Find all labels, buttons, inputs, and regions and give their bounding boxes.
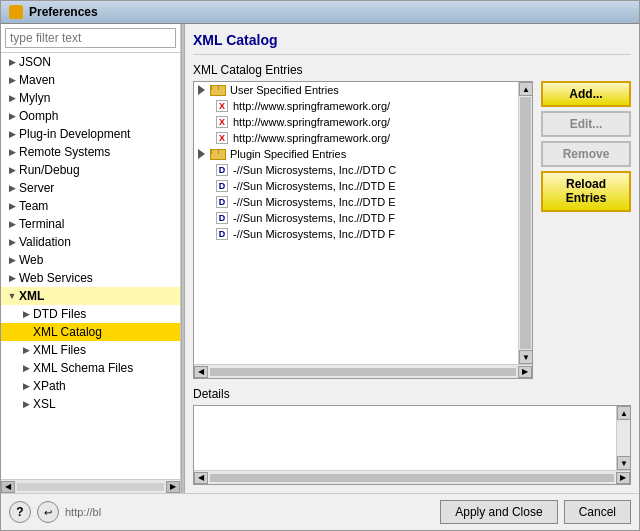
chevron-down-icon: ▼ [5, 289, 19, 303]
edit-button[interactable]: Edit... [541, 111, 631, 137]
chevron-right-icon: ▶ [5, 145, 19, 159]
sidebar-item-xml[interactable]: ▼ XML [1, 287, 180, 305]
scroll-down-btn[interactable]: ▼ [519, 350, 532, 364]
chevron-right-icon: ▶ [19, 379, 33, 393]
sidebar-item-xsl[interactable]: ▶ XSL [1, 395, 180, 413]
status-text: http://bl [65, 506, 101, 518]
remove-button[interactable]: Remove [541, 141, 631, 167]
plugin-entry-4[interactable]: D -//Sun Microsystems, Inc.//DTD F [194, 226, 518, 242]
plugin-entry-3[interactable]: D -//Sun Microsystems, Inc.//DTD F [194, 210, 518, 226]
dtd-d-icon: D [216, 196, 228, 208]
sidebar-item-team[interactable]: ▶ Team [1, 197, 180, 215]
hscroll-thumb [210, 368, 516, 376]
user-specified-group[interactable]: User Specified Entries [194, 82, 518, 98]
dtd-d-icon: D [216, 228, 228, 240]
sidebar-item-maven[interactable]: ▶ Maven [1, 71, 180, 89]
entries-section: User Specified Entries X http://www.spri… [193, 81, 631, 379]
chevron-right-icon: ▶ [5, 127, 19, 141]
details-content [194, 406, 616, 470]
sidebar-item-xpath[interactable]: ▶ XPath [1, 377, 180, 395]
chevron-right-icon: ▶ [5, 253, 19, 267]
sidebar-item-web-services[interactable]: ▶ Web Services [1, 269, 180, 287]
entries-vscroll[interactable]: ▲ ▼ [518, 82, 532, 364]
vscroll-thumb [520, 97, 531, 349]
hscroll-right-btn[interactable]: ▶ [518, 366, 532, 378]
sidebar: ▶ JSON ▶ Maven ▶ Mylyn ▶ Oomph [1, 24, 181, 493]
user-entry-1[interactable]: X http://www.springframework.org/ [194, 114, 518, 130]
filter-input[interactable] [5, 28, 176, 48]
chevron-right-icon: ▶ [5, 271, 19, 285]
preferences-dialog: Preferences ▶ JSON ▶ Maven ▶ [0, 0, 640, 531]
details-inner: ▲ ▼ [194, 406, 630, 470]
filter-wrap [1, 24, 180, 53]
details-hscroll-left[interactable]: ◀ [194, 472, 208, 484]
details-scroll-down[interactable]: ▼ [617, 456, 630, 470]
details-scroll-up[interactable]: ▲ [617, 406, 630, 420]
chevron-right-icon: ▶ [5, 55, 19, 69]
details-hscroll-thumb [210, 474, 614, 482]
hscroll-thumb [17, 483, 164, 491]
sidebar-item-run-debug[interactable]: ▶ Run/Debug [1, 161, 180, 179]
sidebar-item-xml-catalog[interactable]: XML Catalog [1, 323, 180, 341]
entries-label: XML Catalog Entries [193, 63, 631, 77]
dtd-d-icon: D [216, 164, 228, 176]
restore-button[interactable]: ↩ [37, 501, 59, 523]
chevron-right-icon: ▶ [5, 199, 19, 213]
bottom-right: Apply and Close Cancel [440, 500, 631, 524]
sidebar-item-dtd-files[interactable]: ▶ DTD Files [1, 305, 180, 323]
bottom-bar: ? ↩ http://bl Apply and Close Cancel [1, 493, 639, 530]
user-entry-2[interactable]: X http://www.springframework.org/ [194, 130, 518, 146]
help-button[interactable]: ? [9, 501, 31, 523]
xml-x-icon: X [216, 100, 228, 112]
chevron-right-icon: ▶ [5, 235, 19, 249]
spacer-icon [19, 325, 33, 339]
plugin-specified-group[interactable]: Plugin Specified Entries [194, 146, 518, 162]
chevron-right-icon: ▶ [19, 307, 33, 321]
sidebar-item-remote-systems[interactable]: ▶ Remote Systems [1, 143, 180, 161]
sidebar-item-json[interactable]: ▶ JSON [1, 53, 180, 71]
sidebar-tree: ▶ JSON ▶ Maven ▶ Mylyn ▶ Oomph [1, 53, 180, 479]
sidebar-item-mylyn[interactable]: ▶ Mylyn [1, 89, 180, 107]
chevron-right-icon: ▶ [5, 73, 19, 87]
sidebar-hscroll[interactable]: ◀ ▶ [1, 479, 180, 493]
add-button[interactable]: Add... [541, 81, 631, 107]
plugin-entry-0[interactable]: D -//Sun Microsystems, Inc.//DTD C [194, 162, 518, 178]
details-section: Details ▲ ▼ ◀ ▶ [193, 387, 631, 485]
sidebar-item-web[interactable]: ▶ Web [1, 251, 180, 269]
details-hscroll-right[interactable]: ▶ [616, 472, 630, 484]
sidebar-item-xml-files[interactable]: ▶ XML Files [1, 341, 180, 359]
main-panel: XML Catalog XML Catalog Entries User Spe… [185, 24, 639, 493]
bottom-left: ? ↩ http://bl [9, 501, 101, 523]
sidebar-item-xml-schema-files[interactable]: ▶ XML Schema Files [1, 359, 180, 377]
scroll-left-btn[interactable]: ◀ [1, 481, 15, 493]
sidebar-item-oomph[interactable]: ▶ Oomph [1, 107, 180, 125]
apply-close-button[interactable]: Apply and Close [440, 500, 557, 524]
sidebar-item-terminal[interactable]: ▶ Terminal [1, 215, 180, 233]
dtd-d-icon: D [216, 180, 228, 192]
scroll-right-btn[interactable]: ▶ [166, 481, 180, 493]
group-arrow-icon [198, 149, 205, 159]
chevron-right-icon: ▶ [5, 163, 19, 177]
plugin-entry-2[interactable]: D -//Sun Microsystems, Inc.//DTD E [194, 194, 518, 210]
entries-tree-container: User Specified Entries X http://www.spri… [193, 81, 533, 379]
details-box: ▲ ▼ ◀ ▶ [193, 405, 631, 485]
plugin-entry-1[interactable]: D -//Sun Microsystems, Inc.//DTD E [194, 178, 518, 194]
sidebar-item-validation[interactable]: ▶ Validation [1, 233, 180, 251]
group-arrow-icon [198, 85, 205, 95]
reload-entries-button[interactable]: Reload Entries [541, 171, 631, 212]
sidebar-item-plugin-dev[interactable]: ▶ Plug-in Development [1, 125, 180, 143]
entries-hscroll[interactable]: ◀ ▶ [194, 364, 532, 378]
hscroll-left-btn[interactable]: ◀ [194, 366, 208, 378]
details-label: Details [193, 387, 631, 401]
cancel-button[interactable]: Cancel [564, 500, 631, 524]
dtd-d-icon: D [216, 212, 228, 224]
sidebar-item-server[interactable]: ▶ Server [1, 179, 180, 197]
details-vscroll[interactable]: ▲ ▼ [616, 406, 630, 470]
chevron-right-icon: ▶ [19, 361, 33, 375]
title-bar-text: Preferences [29, 5, 98, 19]
details-hscroll[interactable]: ◀ ▶ [194, 470, 630, 484]
chevron-right-icon: ▶ [19, 343, 33, 357]
entries-tree-scroll[interactable]: User Specified Entries X http://www.spri… [194, 82, 518, 364]
user-entry-0[interactable]: X http://www.springframework.org/ [194, 98, 518, 114]
scroll-up-btn[interactable]: ▲ [519, 82, 532, 96]
